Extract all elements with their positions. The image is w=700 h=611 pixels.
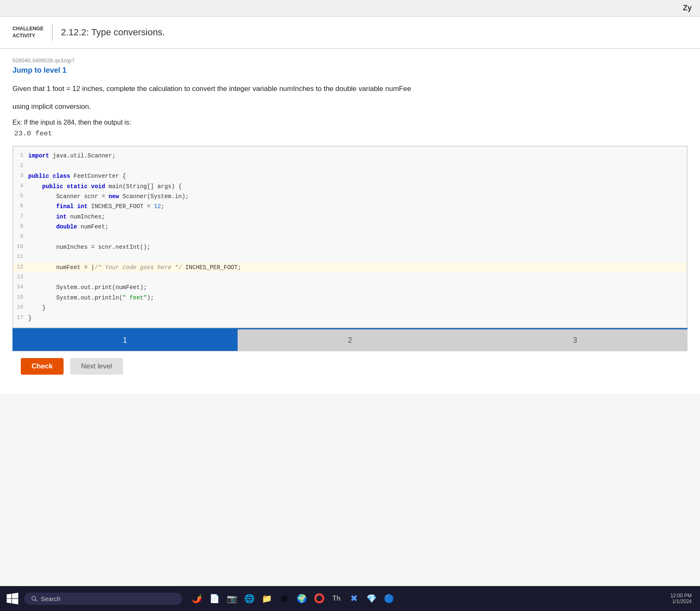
svg-line-1 [35, 600, 37, 601]
code-line-16: 16 } [13, 303, 687, 313]
code-line-13: 13 [13, 272, 687, 282]
code-line-3: 3 public class FeetConverter { [13, 171, 687, 181]
content-body: 528040.3489528.qx3zqy7 Jump to level 1 G… [0, 49, 700, 394]
circle-taskbar-icon[interactable]: ⭕ [312, 591, 327, 606]
header-divider [52, 24, 53, 41]
check-button[interactable]: Check [21, 358, 64, 375]
code-line-11: 11 [13, 252, 687, 262]
challenge-title: 2.12.2: Type conversions. [61, 27, 165, 38]
code-line-8: 8 double numFeet; [13, 222, 687, 232]
challenge-label: CHALLENGE ACTIVITY [12, 25, 44, 39]
th-taskbar-icon[interactable]: Th [329, 591, 344, 606]
code-line-17: 17 } [13, 313, 687, 323]
level-tab-2[interactable]: 2 [238, 329, 463, 351]
action-buttons: Check Next level [12, 351, 688, 381]
taskbar-right: 12:00 PM 1/1/2024 [671, 593, 696, 604]
brand-logo: Zy [683, 4, 692, 12]
camera-taskbar-icon[interactable]: 📷 [224, 591, 239, 606]
level-tab-1[interactable]: 1 [12, 329, 238, 351]
svg-point-0 [32, 596, 36, 600]
windows-icon [7, 593, 18, 604]
taskbar: Search 🌶️ 📄 📷 🌐 📁 ⊞ 🌍 ⭕ Th ✖ 💎 🔵 12:00 P… [0, 586, 700, 611]
code-line-10: 10 numInches = scnr.nextInt(); [13, 242, 687, 252]
code-editor-wrapper: 1 import java.util.Scanner; 2 3 public c… [12, 146, 688, 328]
grid-taskbar-icon[interactable]: ⊞ [277, 591, 292, 606]
code-line-6: 6 final int INCHES_PER_FOOT = 12; [13, 201, 687, 211]
code-line-7: 7 int numInches; [13, 212, 687, 222]
search-bar[interactable]: Search [24, 593, 182, 605]
file-taskbar-icon[interactable]: 📄 [207, 591, 222, 606]
code-line-4: 4 public static void main(String[] args)… [13, 182, 687, 191]
activity-id: 528040.3489528.qx3zqy7 [12, 57, 688, 64]
arrow-taskbar-icon[interactable]: ✖ [346, 591, 361, 606]
search-icon [31, 595, 37, 602]
example-label: Ex: If the input is 284, then the output… [12, 119, 688, 126]
main-content: CHALLENGE ACTIVITY 2.12.2: Type conversi… [0, 17, 700, 594]
taskbar-time: 12:00 PM 1/1/2024 [671, 593, 692, 604]
folder-taskbar-icon[interactable]: 📁 [259, 591, 274, 606]
code-line-1: 1 import java.util.Scanner; [13, 151, 687, 161]
next-level-button[interactable]: Next level [70, 358, 123, 375]
code-editor[interactable]: 1 import java.util.Scanner; 2 3 public c… [13, 146, 687, 328]
level-tabs: 1 2 3 [12, 328, 688, 351]
code-line-9: 9 [13, 232, 687, 242]
level-tab-3[interactable]: 3 [462, 329, 688, 351]
example-output: 23.0 feet [12, 130, 688, 137]
description-line1: Given that 1 foot = 12 inches, complete … [12, 83, 469, 94]
chrome2-taskbar-icon[interactable]: 🔵 [381, 591, 396, 606]
taskbar-icons: 🌶️ 📄 📷 🌐 📁 ⊞ 🌍 ⭕ Th ✖ 💎 🔵 [189, 591, 396, 606]
jump-to-level-link[interactable]: Jump to level 1 [12, 66, 66, 75]
code-line-14: 14 System.out.print(numFeet); [13, 282, 687, 292]
start-button[interactable] [4, 590, 21, 607]
code-line-12[interactable]: 12 numFeet = |/* Your code goes here */ … [13, 263, 687, 272]
code-line-15: 15 System.out.println(" feet"); [13, 293, 687, 303]
description-line2: using implicit conversion. [12, 101, 469, 112]
earth-taskbar-icon[interactable]: 🌍 [294, 591, 309, 606]
gem-taskbar-icon[interactable]: 💎 [364, 591, 379, 606]
top-bar: Zy [0, 0, 700, 17]
chili-icon[interactable]: 🌶️ [189, 591, 204, 606]
code-line-5: 5 Scanner scnr = new Scanner(System.in); [13, 191, 687, 201]
search-bar-text: Search [41, 595, 61, 602]
challenge-header: CHALLENGE ACTIVITY 2.12.2: Type conversi… [0, 17, 700, 49]
code-line-2: 2 [13, 161, 687, 171]
chrome-taskbar-icon[interactable]: 🌐 [242, 591, 257, 606]
